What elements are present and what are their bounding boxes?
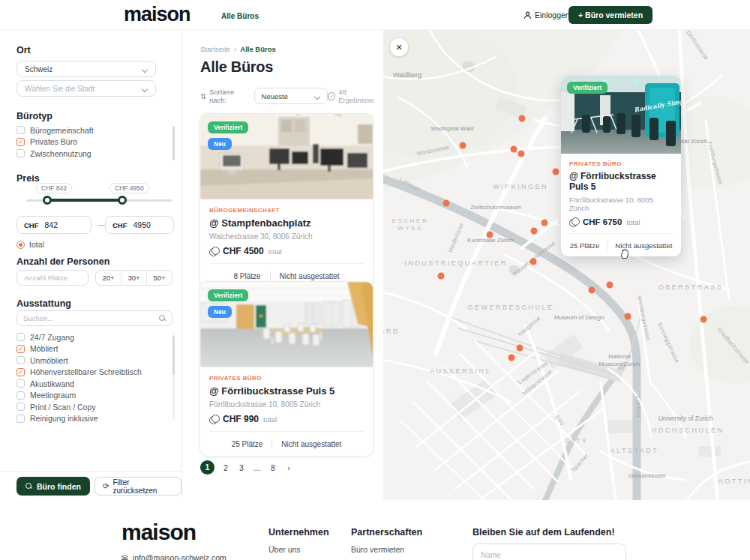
scrollbar-thumb[interactable] xyxy=(172,336,175,375)
price-max-input[interactable] xyxy=(134,220,172,229)
checkbox-reinigung-inklusive[interactable]: Reinigung inklusive xyxy=(16,415,170,423)
map-marker[interactable] xyxy=(511,146,518,153)
sort-value: Neueste xyxy=(262,92,288,100)
sort-arrows-icon: ⇅ xyxy=(200,92,206,100)
checkbox-label: Print / Scan / Copy xyxy=(30,403,96,412)
map-label: ALTSTADT xyxy=(610,447,659,454)
checkbox-24-7-zugang[interactable]: 24/7 Zugang xyxy=(16,333,170,341)
checkbox-meetingraum[interactable]: Meetingraum xyxy=(16,391,170,400)
map-marker[interactable] xyxy=(531,228,538,235)
map[interactable]: WaidbergStadtspital WaidNordstrasseLimma… xyxy=(383,30,750,500)
listing-card[interactable]: Verifiziert Neu PRIVATES BÜRO @ Förrlibu… xyxy=(200,281,374,457)
checkbox-label: 24/7 Zugang xyxy=(30,333,74,342)
listing-address: Förrlibuckstrasse 10, 8005 Zürich xyxy=(209,400,364,409)
scrollbar-thumb[interactable] xyxy=(172,126,175,160)
section-title-ort: Ort xyxy=(16,45,31,55)
card-body: PRIVATES BÜRO @ Förrlibuckstrasse Puls 5… xyxy=(561,154,681,234)
map-marker[interactable] xyxy=(625,313,632,320)
rent-office-button[interactable]: + Büro vermieten xyxy=(568,6,652,24)
page-2[interactable]: 2 xyxy=(221,463,230,472)
footer-logo: maison xyxy=(122,520,196,545)
checkbox-b-rogemeinschaft[interactable]: Bürogemeinschaft xyxy=(16,126,166,134)
page-1[interactable]: 1 xyxy=(200,460,214,475)
checkbox-icon xyxy=(16,149,25,157)
listing-price: CHF 6750 xyxy=(583,217,622,226)
card-footer: 25 Plätze Nicht ausgestattet xyxy=(200,432,373,456)
map-label: AUSSERSIHL xyxy=(430,367,491,375)
map-marker[interactable] xyxy=(438,273,445,280)
map-close-button[interactable]: ✕ xyxy=(390,38,408,56)
persons-30-button[interactable]: 30+ xyxy=(122,271,147,285)
map-marker[interactable] xyxy=(607,282,614,289)
page-8[interactable]: 8 xyxy=(268,463,278,472)
envelope-icon: ✉ xyxy=(122,553,128,560)
section-title-personen: Anzahl der Personen xyxy=(16,256,110,267)
seats-value: 25 Plätze xyxy=(570,241,600,250)
checkbox-label: Reinigung inklusive xyxy=(30,414,98,423)
breadcrumb-home[interactable]: Startseite xyxy=(200,45,230,53)
checkbox-checked-icon: ✓ xyxy=(16,345,25,353)
amenity-search xyxy=(16,310,172,326)
logo[interactable]: maison xyxy=(124,3,190,26)
refresh-icon: ⟳ xyxy=(103,482,109,490)
map-marker[interactable] xyxy=(519,115,526,122)
checkbox-akustikwand[interactable]: Akustikwand xyxy=(16,379,170,388)
listing-card[interactable]: Verifiziert Neu BÜROGEMEINSCHAFT @ Stamp… xyxy=(200,113,374,289)
price-slider-handle-max[interactable] xyxy=(118,196,127,205)
footer-link-ueber-uns[interactable]: Über uns xyxy=(268,545,301,554)
footer-link-buero-vermieten[interactable]: Büro vermieten xyxy=(351,545,404,554)
checkbox-print-scan-copy[interactable]: Print / Scan / Copy xyxy=(16,403,170,411)
map-marker[interactable] xyxy=(487,232,494,238)
pagination-next[interactable]: › xyxy=(284,463,293,472)
persons-20-button[interactable]: 20+ xyxy=(96,271,122,285)
checkbox-h-henverstellbarer-schreibtisch[interactable]: ✓Höhenverstellbarer Schreibtisch xyxy=(16,368,170,376)
map-marker[interactable] xyxy=(517,345,524,352)
map-marker[interactable] xyxy=(553,169,560,175)
city-select[interactable]: Wählen Sie die Stadt xyxy=(16,80,156,97)
map-marker[interactable] xyxy=(589,287,596,294)
nav-link-alle-bueros[interactable]: Alle Büros xyxy=(221,12,259,20)
price-total-radio[interactable]: total xyxy=(16,240,44,249)
map-label: ESCHER xyxy=(392,217,428,224)
map-label: GEWERBESCHULE xyxy=(467,304,554,311)
price-max-box: CHF xyxy=(105,216,174,234)
amenity-search-input[interactable] xyxy=(23,314,159,322)
footer-col-unternehmen: Unternehmen xyxy=(268,527,329,538)
map-marker[interactable] xyxy=(700,316,707,323)
price-slider-handle-min[interactable] xyxy=(43,196,52,205)
reset-filters-button[interactable]: ⟳ Filter zurücksetzen xyxy=(94,477,182,496)
map-marker[interactable] xyxy=(508,355,515,361)
price-max-tooltip: CHF 4950 xyxy=(110,183,149,193)
map-marker[interactable] xyxy=(530,259,537,265)
footer-email[interactable]: ✉ info@maison-schweiz.com xyxy=(122,553,226,560)
map-marker[interactable] xyxy=(542,220,548,226)
checkbox-unm-bliert[interactable]: Unmöbliert xyxy=(16,356,170,364)
sort-row: ⇅ Sortiere nach: Neueste ✓ 48 Ergebnisse xyxy=(200,88,379,104)
country-select[interactable]: Schweiz xyxy=(16,61,156,77)
checkbox-label: Höhenverstellbarer Schreibtisch xyxy=(30,367,142,376)
sort-select[interactable]: Neueste xyxy=(254,88,328,104)
map-label: Stadtspital Waid xyxy=(430,125,474,132)
login-button[interactable]: Einloggen xyxy=(524,10,570,19)
ausstattung-list: 24/7 Zugang✓MöbliertUnmöbliert✓Höhenvers… xyxy=(16,333,170,426)
map-marker[interactable] xyxy=(518,151,525,157)
vertical-divider xyxy=(270,271,271,281)
price-min-input[interactable] xyxy=(45,220,84,229)
find-office-button[interactable]: Büro finden xyxy=(16,477,90,496)
map-marker[interactable] xyxy=(460,142,466,149)
map-label: Grossmünster xyxy=(628,472,667,479)
page-3[interactable]: 3 xyxy=(237,463,246,472)
map-marker[interactable] xyxy=(443,200,450,207)
seats-input[interactable]: Anzahl Plätze xyxy=(16,270,88,286)
newsletter-name-input[interactable] xyxy=(472,544,626,560)
persons-50-button[interactable]: 50+ xyxy=(147,271,172,285)
chevron-down-icon xyxy=(315,94,320,99)
person-icon xyxy=(524,11,532,19)
checkbox-zwischennutzung[interactable]: Zwischennutzung xyxy=(16,149,166,157)
listing-name: @ Förrlibuckstrasse Puls 5 xyxy=(209,385,364,397)
section-title-buerotyp: Bürotyp xyxy=(16,111,52,121)
checkbox-m-bliert[interactable]: ✓Möbliert xyxy=(16,345,170,353)
listing-name: @ Stampfenbachplatz xyxy=(209,217,364,229)
checkbox-privates-b-ro[interactable]: ✓Privates Büro xyxy=(16,138,166,146)
map-popup-card[interactable]: Radically Simple Verifiziert xyxy=(561,76,681,256)
